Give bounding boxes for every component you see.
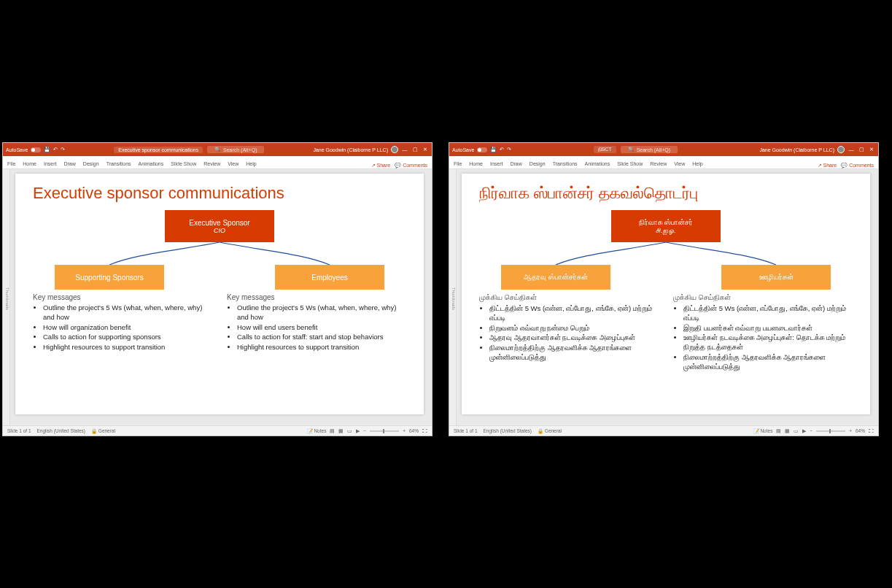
user-name[interactable]: Jane Goodwin (Claiborne P LLC) <box>313 147 388 152</box>
maximize-button[interactable]: ▢ <box>411 147 419 152</box>
close-button[interactable]: ✕ <box>868 147 875 152</box>
autosave-label: AutoSave <box>452 147 474 152</box>
save-icon[interactable]: 💾 <box>44 147 50 152</box>
list-item: திட்டத்தின் 5 Ws (என்ன, எப்போது, எங்கே, … <box>683 304 853 323</box>
save-icon[interactable]: 💾 <box>490 147 497 152</box>
view-reading-icon[interactable]: ▭ <box>347 428 352 434</box>
tab-view[interactable]: View <box>674 161 685 169</box>
view-sorter-icon[interactable]: ▦ <box>338 428 344 434</box>
org-chart: நிர்வாக ஸ்பான்சர் சி.ஐ.ஓ. ஆதரவு ஸ்பான்சர… <box>479 210 853 290</box>
slide: நிர்வாக ஸ்பான்சர் தகவல்தொடர்பு நிர்வாக ஸ… <box>462 174 870 414</box>
tab-animations[interactable]: Animations <box>139 161 164 169</box>
ribbon-tabs: File Home Insert Draw Design Transitions… <box>3 156 432 169</box>
zoom-value[interactable]: 64% <box>409 428 419 433</box>
tab-transitions[interactable]: Transitions <box>553 161 578 169</box>
tab-insert[interactable]: Insert <box>44 161 57 169</box>
list-item: Outline the project's 5 Ws (what, when, … <box>43 303 212 322</box>
slide-canvas[interactable]: நிர்வாக ஸ்பான்சர் தகவல்தொடர்பு நிர்வாக ஸ… <box>457 169 878 425</box>
undo-icon[interactable]: ↶ <box>53 147 58 152</box>
view-normal-icon[interactable]: ▤ <box>776 428 781 434</box>
minimize-button[interactable]: — <box>401 147 408 152</box>
key-messages-heading-right: Key messages <box>227 293 406 301</box>
comments-button[interactable]: 💬 Comments <box>395 163 427 169</box>
tab-file[interactable]: File <box>454 161 462 169</box>
view-reading-icon[interactable]: ▭ <box>794 428 799 434</box>
redo-icon[interactable]: ↷ <box>61 147 65 152</box>
list-item: Calls to action for supporting sponsors <box>43 333 212 342</box>
view-slideshow-icon[interactable]: ▶ <box>802 428 806 434</box>
undo-icon[interactable]: ↶ <box>500 147 504 152</box>
redo-icon[interactable]: ↷ <box>507 147 511 152</box>
close-button[interactable]: ✕ <box>422 147 429 152</box>
user-name[interactable]: Jane Goodwin (Claiborne P LLC) <box>759 147 834 152</box>
zoom-out-button[interactable]: − <box>363 428 366 433</box>
tab-slideshow[interactable]: Slide Show <box>171 161 196 169</box>
search-box[interactable]: 🔍 Search (Alt+Q) <box>207 146 265 153</box>
tab-draw[interactable]: Draw <box>510 161 521 169</box>
view-sorter-icon[interactable]: ▦ <box>785 428 790 434</box>
key-messages-heading-right: முக்கிய செய்திகள் <box>673 293 853 302</box>
fit-to-window-icon[interactable]: ⛶ <box>869 428 874 433</box>
minimize-button[interactable]: — <box>848 147 855 152</box>
zoom-slider[interactable] <box>816 430 845 432</box>
tab-slideshow[interactable]: Slide Show <box>617 161 643 169</box>
status-language[interactable]: English (United States) <box>484 428 532 433</box>
org-top-box: நிர்வாக ஸ்பான்சர் சி.ஐ.ஓ. <box>611 210 721 242</box>
key-messages-heading-left: Key messages <box>33 293 212 301</box>
tab-transitions[interactable]: Transitions <box>106 161 131 169</box>
tab-help[interactable]: Help <box>246 161 256 169</box>
zoom-out-button[interactable]: − <box>810 428 813 433</box>
status-access[interactable]: 🔒 General <box>538 428 562 434</box>
column-left: Key messages Outline the project's 5 Ws … <box>33 293 212 353</box>
avatar[interactable] <box>837 146 845 153</box>
thumbnail-rail[interactable]: Thumbnails <box>3 169 10 425</box>
document-title[interactable]: நிSCT <box>594 146 616 153</box>
tab-design[interactable]: Design <box>83 161 99 169</box>
list-item: ஊழியர்கள் நடவடிக்கை அழைப்புகள்: தொடக்க ம… <box>683 333 853 352</box>
autosave-toggle[interactable] <box>477 147 487 152</box>
view-normal-icon[interactable]: ▤ <box>330 428 335 434</box>
tab-animations[interactable]: Animations <box>585 161 610 169</box>
maximize-button[interactable]: ▢ <box>858 147 865 152</box>
status-slide-number: Slide 1 of 1 <box>454 428 478 433</box>
status-bar: Slide 1 of 1 English (United States) 🔒 G… <box>449 425 878 436</box>
tab-home[interactable]: Home <box>469 161 483 169</box>
status-language[interactable]: English (United States) <box>37 428 85 433</box>
avatar[interactable] <box>391 146 398 153</box>
tab-insert[interactable]: Insert <box>490 161 503 169</box>
tab-help[interactable]: Help <box>692 161 702 169</box>
thumbnail-rail[interactable]: Thumbnails <box>449 169 457 425</box>
org-child-left: Supporting Sponsors <box>55 265 164 290</box>
comments-button[interactable]: 💬 Comments <box>841 163 874 169</box>
document-title[interactable]: Executive sponsor communications <box>114 147 203 153</box>
list-item: நிலைமாற்றத்திற்கு ஆதரவளிக்க ஆதாரங்களை மு… <box>683 353 853 372</box>
zoom-in-button[interactable]: + <box>403 428 406 433</box>
tab-draw[interactable]: Draw <box>63 161 75 169</box>
list-item: ஆதரவு ஆதரவாளர்கள் நடவடிக்கை அழைப்புகள் <box>489 333 659 343</box>
tab-review[interactable]: Review <box>650 161 667 169</box>
status-access[interactable]: 🔒 General <box>91 428 115 434</box>
slide-canvas[interactable]: Executive sponsor communications Executi… <box>10 169 432 425</box>
powerpoint-window-english: AutoSave 💾 ↶ ↷ Executive sponsor communi… <box>2 142 433 436</box>
tab-design[interactable]: Design <box>530 161 546 169</box>
search-box[interactable]: 🔍 Search (Alt+Q) <box>621 146 678 153</box>
view-slideshow-icon[interactable]: ▶ <box>356 428 360 434</box>
status-bar: Slide 1 of 1 English (United States) 🔒 G… <box>3 425 432 436</box>
powerpoint-window-tamil: AutoSave 💾 ↶ ↷ நிSCT 🔍 Search (Alt+Q) Ja… <box>449 142 879 436</box>
zoom-value[interactable]: 64% <box>856 428 865 433</box>
list-item: நிறுவனம் எவ்வாறு நன்மை பெறும் <box>489 324 659 333</box>
share-button[interactable]: ↗ Share <box>818 163 837 169</box>
zoom-in-button[interactable]: + <box>849 428 852 433</box>
tab-home[interactable]: Home <box>23 161 36 169</box>
share-button[interactable]: ↗ Share <box>371 163 391 169</box>
notes-button[interactable]: 📝 Notes <box>307 428 327 434</box>
org-top-line2: CIO <box>165 227 274 234</box>
tab-file[interactable]: File <box>7 161 15 169</box>
notes-button[interactable]: 📝 Notes <box>753 428 773 434</box>
work-area: Thumbnails Executive sponsor communicati… <box>3 169 432 425</box>
autosave-toggle[interactable] <box>31 147 41 152</box>
tab-view[interactable]: View <box>228 161 238 169</box>
fit-to-window-icon[interactable]: ⛶ <box>422 428 427 433</box>
tab-review[interactable]: Review <box>203 161 220 169</box>
zoom-slider[interactable] <box>370 430 399 432</box>
